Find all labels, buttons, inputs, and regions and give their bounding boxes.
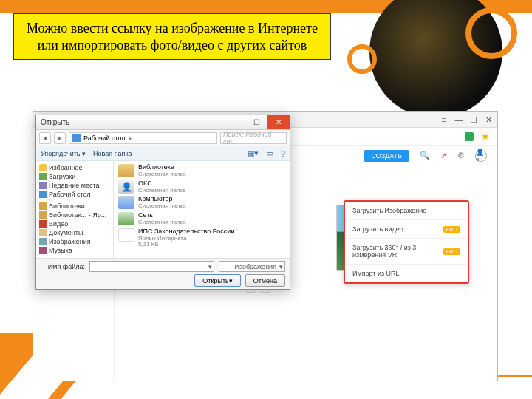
create-button[interactable]: СОЗДАТЬ xyxy=(364,150,409,162)
upload-image[interactable]: Загрузить Изображение xyxy=(345,202,468,220)
tree-downloads[interactable]: Загрузки xyxy=(38,172,112,181)
breadcrumb[interactable]: Рабочий стол▸ xyxy=(69,132,217,144)
help-icon[interactable]: ? xyxy=(281,149,285,158)
annotation-callout: Можно ввести ссылку на изображение в Инт… xyxy=(13,13,331,60)
tree-video[interactable]: Видео xyxy=(38,219,112,228)
item-network[interactable]: СетьСистемная папка xyxy=(118,212,285,226)
dialog-titlebar: Открыть — ☐ ✕ xyxy=(36,115,290,130)
close-icon[interactable]: ✕ xyxy=(484,115,493,124)
dialog-command-bar: Упорядочить ▾ Новая папка ▦▾ ▭ ? xyxy=(36,146,290,161)
dialog-navbar: ◄ ► Рабочий стол▸ Поиск: Рабочий ст... xyxy=(36,130,290,146)
close-icon[interactable]: ✕ xyxy=(267,115,290,129)
item-computer[interactable]: КомпьютерСистемная папка xyxy=(118,196,285,210)
new-folder-button[interactable]: Новая папка xyxy=(93,150,132,157)
file-pane: БиблиотекаСистемная папка 👤ОКССистемная … xyxy=(114,161,290,258)
dialog-footer: Имя файла: Изображения Открыть ▾ Отмена xyxy=(36,258,290,289)
ring-decoration xyxy=(466,7,517,59)
import-url[interactable]: Импорт из URL xyxy=(345,265,468,282)
maximize-icon[interactable]: ☐ xyxy=(245,115,267,129)
extension-icon[interactable] xyxy=(465,132,474,141)
item-ips[interactable]: ИПС Законодательство РоссииЯрлык Интерне… xyxy=(118,228,285,248)
filename-input[interactable] xyxy=(89,261,214,272)
view-icon[interactable]: ▦▾ xyxy=(247,149,259,158)
more-icon[interactable]: … xyxy=(379,286,389,295)
folder-tree: Избранное Загрузки Недавние места Рабочи… xyxy=(36,161,114,258)
tree-images[interactable]: Изображения xyxy=(38,237,112,246)
organize-button[interactable]: Упорядочить ▾ xyxy=(41,150,86,157)
back-icon[interactable]: ◄ xyxy=(39,132,51,144)
bookmark-icon[interactable]: ★ xyxy=(481,131,490,142)
tree-favorites[interactable]: Избранное xyxy=(38,163,112,172)
tree-documents[interactable]: Документы xyxy=(38,228,112,237)
search-icon[interactable]: 🔍 xyxy=(420,151,430,160)
open-dialog: Открыть — ☐ ✕ ◄ ► Рабочий стол▸ Поиск: Р… xyxy=(35,115,290,290)
cancel-button[interactable]: Отмена xyxy=(245,274,285,287)
upload-360[interactable]: Загрузить 360° / из 3 измерения VRPRO xyxy=(345,239,468,265)
filename-label: Имя файла: xyxy=(41,263,85,270)
search-input[interactable]: Поиск: Рабочий ст... xyxy=(220,132,287,144)
upload-menu: Загрузить Изображение Загрузить видеоPRO… xyxy=(344,200,469,284)
forward-icon[interactable]: ► xyxy=(54,132,66,144)
rocket-icon[interactable]: ➚ xyxy=(440,151,447,160)
minimize-icon[interactable]: — xyxy=(223,115,245,129)
item-libraries[interactable]: БиблиотекаСистемная папка xyxy=(118,164,285,178)
more-icon[interactable]: … xyxy=(460,286,470,295)
tree-lib-shortcut[interactable]: Библиотек... - Яр... xyxy=(38,211,112,219)
gear-icon[interactable]: ⚙ xyxy=(457,151,465,160)
tree-libraries[interactable]: Библиотеки xyxy=(38,202,112,211)
tree-recent[interactable]: Недавние места xyxy=(38,181,112,190)
menu-icon[interactable]: ≡ xyxy=(440,115,449,124)
upload-video[interactable]: Загрузить видеоPRO xyxy=(345,220,468,239)
tree-music[interactable]: Музыка xyxy=(38,246,112,255)
maximize-icon[interactable]: ☐ xyxy=(469,115,478,124)
dialog-title: Открыть xyxy=(41,118,69,126)
ring-decoration xyxy=(347,44,377,74)
desktop-icon xyxy=(72,134,81,142)
item-user[interactable]: 👤ОКССистемная папка xyxy=(118,180,285,194)
filetype-select[interactable]: Изображения xyxy=(219,261,285,272)
preview-icon[interactable]: ▭ xyxy=(266,149,273,158)
tree-desktop[interactable]: Рабочий стол xyxy=(38,190,112,199)
open-button[interactable]: Открыть ▾ xyxy=(194,274,240,287)
avatar[interactable]: 👤▾ xyxy=(475,150,487,162)
minimize-icon[interactable]: — xyxy=(454,115,463,124)
